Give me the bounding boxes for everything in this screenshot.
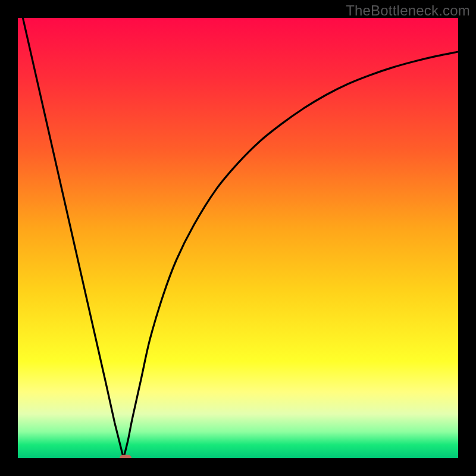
bottleneck-curve bbox=[18, 18, 458, 458]
chart-frame: TheBottleneck.com bbox=[0, 0, 476, 476]
optimum-marker bbox=[120, 455, 131, 459]
watermark-label: TheBottleneck.com bbox=[346, 2, 470, 19]
plot-area bbox=[18, 18, 458, 458]
